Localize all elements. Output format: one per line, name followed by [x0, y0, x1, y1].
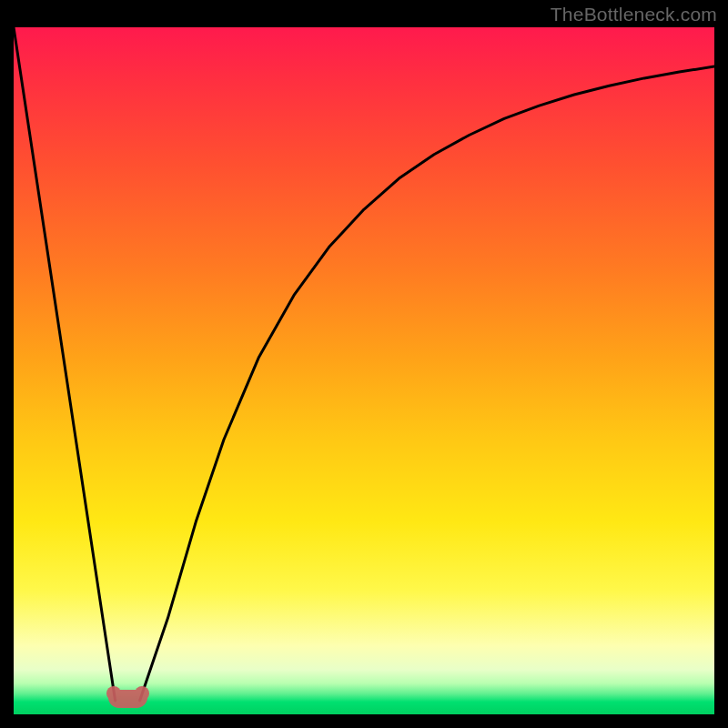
- attribution-text: TheBottleneck.com: [551, 4, 717, 25]
- plot-area: [14, 27, 714, 714]
- curve-path: [14, 27, 714, 701]
- chart-frame: TheBottleneck.com: [0, 0, 728, 728]
- curve-layer: [14, 27, 714, 714]
- optimum-marker: [108, 690, 147, 708]
